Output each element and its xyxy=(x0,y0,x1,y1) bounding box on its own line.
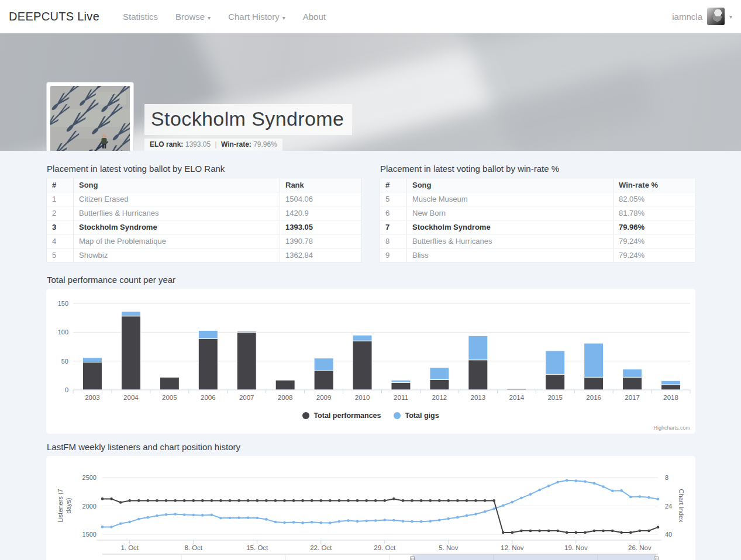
data-point-marker[interactable] xyxy=(511,501,514,504)
data-point-marker[interactable] xyxy=(639,495,642,498)
bar-performances-2010[interactable] xyxy=(353,341,372,390)
data-point-marker[interactable] xyxy=(520,530,523,533)
data-point-marker[interactable] xyxy=(584,480,587,483)
data-point-marker[interactable] xyxy=(538,530,541,533)
data-point-marker[interactable] xyxy=(119,501,122,504)
data-point-marker[interactable] xyxy=(647,496,650,499)
data-point-marker[interactable] xyxy=(147,516,150,519)
data-point-marker[interactable] xyxy=(174,499,177,502)
data-point-marker[interactable] xyxy=(256,499,259,502)
data-point-marker[interactable] xyxy=(283,499,286,502)
nav-item-chart-history[interactable]: Chart History▾ xyxy=(220,7,294,26)
data-point-marker[interactable] xyxy=(301,521,304,524)
data-point-marker[interactable] xyxy=(420,520,423,523)
lastfm-line-chart[interactable]: 25008200024150040Listeners (7days)Chart … xyxy=(46,456,695,560)
data-point-marker[interactable] xyxy=(456,499,459,502)
data-point-marker[interactable] xyxy=(174,513,177,516)
data-point-marker[interactable] xyxy=(101,526,104,528)
bar-series[interactable] xyxy=(82,312,680,390)
data-point-marker[interactable] xyxy=(338,520,341,523)
bar-performances-2009[interactable] xyxy=(314,371,333,390)
bar-gigs-2016[interactable] xyxy=(584,343,604,377)
data-point-marker[interactable] xyxy=(447,517,450,520)
bar-gigs-2009[interactable] xyxy=(314,358,333,371)
data-point-marker[interactable] xyxy=(566,479,568,482)
data-point-marker[interactable] xyxy=(484,499,487,502)
bar-performances-2012[interactable] xyxy=(430,379,449,390)
data-point-marker[interactable] xyxy=(502,504,505,507)
bar-performances-2003[interactable] xyxy=(82,362,102,390)
data-point-marker[interactable] xyxy=(474,499,477,502)
data-point-marker[interactable] xyxy=(110,497,113,500)
data-point-marker[interactable] xyxy=(147,499,150,502)
data-point-marker[interactable] xyxy=(447,499,450,502)
data-point-marker[interactable] xyxy=(219,517,222,520)
bar-performances-2004[interactable] xyxy=(121,316,140,390)
data-point-marker[interactable] xyxy=(365,499,368,502)
data-point-marker[interactable] xyxy=(292,521,295,524)
data-point-marker[interactable] xyxy=(529,493,532,496)
nav-item-about[interactable]: About xyxy=(295,7,334,26)
data-point-marker[interactable] xyxy=(292,499,295,502)
data-point-marker[interactable] xyxy=(411,520,413,523)
data-point-marker[interactable] xyxy=(374,519,377,522)
data-point-marker[interactable] xyxy=(128,521,131,524)
bar-gigs-2004[interactable] xyxy=(121,312,140,316)
data-point-marker[interactable] xyxy=(566,531,568,534)
data-point-marker[interactable] xyxy=(593,482,596,485)
data-point-marker[interactable] xyxy=(474,513,477,516)
data-point-marker[interactable] xyxy=(319,521,322,524)
bar-gigs-2011[interactable] xyxy=(391,380,411,382)
data-point-marker[interactable] xyxy=(128,499,131,502)
data-point-marker[interactable] xyxy=(411,499,413,502)
data-point-marker[interactable] xyxy=(492,499,495,502)
data-point-marker[interactable] xyxy=(247,499,250,502)
data-point-marker[interactable] xyxy=(584,531,587,534)
data-point-marker[interactable] xyxy=(311,499,313,502)
data-point-marker[interactable] xyxy=(283,521,286,524)
data-point-marker[interactable] xyxy=(629,496,632,499)
data-point-marker[interactable] xyxy=(110,526,113,528)
navigator-selected-range[interactable] xyxy=(412,555,656,560)
data-point-marker[interactable] xyxy=(620,489,623,492)
data-point-marker[interactable] xyxy=(311,521,313,524)
data-point-marker[interactable] xyxy=(466,499,468,502)
data-point-marker[interactable] xyxy=(520,497,523,500)
legend-item-total-performances[interactable]: Total performances xyxy=(302,412,381,420)
data-point-marker[interactable] xyxy=(101,497,104,500)
legend-item-total-gigs[interactable]: Total gigs xyxy=(394,412,439,420)
data-point-marker[interactable] xyxy=(247,516,250,519)
nav-item-statistics[interactable]: Statistics xyxy=(115,7,166,26)
data-point-marker[interactable] xyxy=(657,498,660,501)
bar-performances-2007[interactable] xyxy=(237,332,256,390)
navigator-handle-right[interactable] xyxy=(654,556,659,560)
data-point-marker[interactable] xyxy=(611,489,614,492)
bar-gigs-2017[interactable] xyxy=(623,369,642,377)
data-point-marker[interactable] xyxy=(383,518,386,521)
data-point-marker[interactable] xyxy=(593,530,596,533)
data-point-marker[interactable] xyxy=(456,516,459,519)
data-point-marker[interactable] xyxy=(556,481,559,483)
bar-gigs-2015[interactable] xyxy=(546,351,565,374)
data-point-marker[interactable] xyxy=(611,530,614,533)
data-point-marker[interactable] xyxy=(301,499,304,502)
data-point-marker[interactable] xyxy=(156,514,158,517)
data-point-marker[interactable] xyxy=(602,530,605,533)
data-point-marker[interactable] xyxy=(265,518,268,521)
data-point-marker[interactable] xyxy=(347,519,350,522)
data-point-marker[interactable] xyxy=(265,499,268,502)
data-point-marker[interactable] xyxy=(575,479,578,482)
data-point-marker[interactable] xyxy=(639,530,642,533)
data-point-marker[interactable] xyxy=(347,499,350,502)
data-point-marker[interactable] xyxy=(575,531,578,534)
bar-gigs-2012[interactable] xyxy=(430,368,449,380)
data-point-marker[interactable] xyxy=(165,513,168,516)
data-point-marker[interactable] xyxy=(156,499,158,502)
data-point-marker[interactable] xyxy=(402,499,405,502)
data-point-marker[interactable] xyxy=(183,499,186,502)
data-point-marker[interactable] xyxy=(502,531,505,534)
data-point-marker[interactable] xyxy=(219,499,222,502)
bar-gigs-2007[interactable] xyxy=(237,331,256,332)
navigator-handle-left[interactable] xyxy=(411,556,415,560)
data-point-marker[interactable] xyxy=(392,519,395,522)
